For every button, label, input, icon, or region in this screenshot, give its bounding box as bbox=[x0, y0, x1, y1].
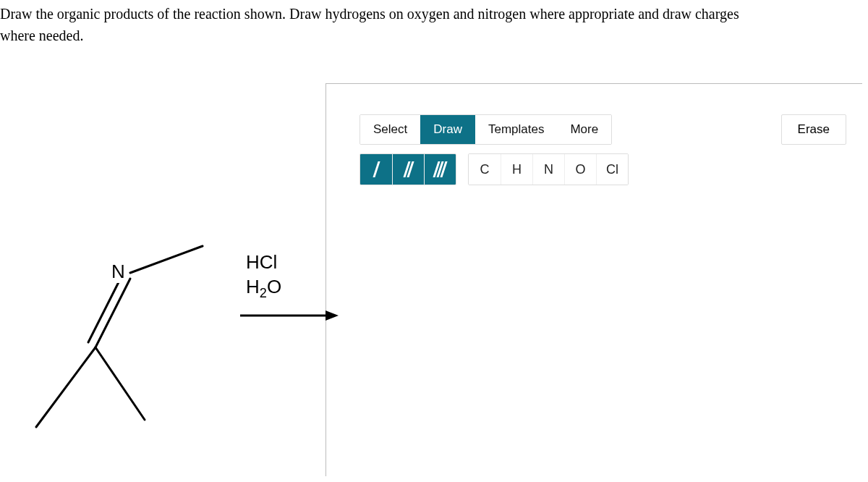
single-bond-button[interactable] bbox=[360, 154, 392, 185]
element-c-button[interactable]: C bbox=[469, 154, 501, 185]
atom-label-n: N bbox=[111, 261, 125, 283]
mode-button-group: Select Draw Templates More bbox=[359, 114, 612, 145]
element-cl-button[interactable]: Cl bbox=[596, 154, 628, 185]
svg-line-4 bbox=[95, 347, 145, 420]
reactant-structure bbox=[22, 239, 239, 456]
drawing-editor[interactable]: Select Draw Templates More Erase bbox=[326, 83, 862, 476]
triple-bond-button[interactable] bbox=[424, 154, 456, 185]
reagents-text: HCl H2O bbox=[246, 250, 281, 303]
reaction-scheme: N HCl H2O bbox=[22, 239, 326, 456]
editor-toolbar: Select Draw Templates More Erase bbox=[359, 114, 862, 185]
templates-mode-button[interactable]: Templates bbox=[475, 115, 557, 144]
reagent-h2o: H2O bbox=[246, 275, 281, 303]
triple-bond-icon bbox=[435, 161, 445, 177]
svg-line-2 bbox=[88, 274, 123, 342]
svg-line-0 bbox=[130, 246, 203, 273]
svg-line-3 bbox=[36, 347, 95, 427]
question-text: Draw the organic products of the reactio… bbox=[0, 0, 868, 46]
reagent-hcl: HCl bbox=[246, 250, 281, 275]
element-tool-group: C H N O Cl bbox=[468, 153, 629, 185]
question-line2: where needed. bbox=[0, 28, 84, 43]
svg-line-1 bbox=[95, 279, 130, 347]
reagent-h2o-sub: 2 bbox=[260, 286, 267, 300]
bond-tool-group bbox=[359, 153, 456, 185]
svg-marker-6 bbox=[326, 310, 339, 321]
double-bond-icon bbox=[406, 161, 412, 177]
reaction-arrow-icon bbox=[239, 307, 340, 324]
draw-mode-button[interactable]: Draw bbox=[420, 115, 475, 144]
more-mode-button[interactable]: More bbox=[557, 115, 611, 144]
single-bond-icon bbox=[375, 161, 378, 177]
element-n-button[interactable]: N bbox=[532, 154, 564, 185]
reagent-h2o-h: H bbox=[246, 276, 260, 297]
toolbar-row-modes: Select Draw Templates More Erase bbox=[359, 114, 862, 145]
select-mode-button[interactable]: Select bbox=[360, 115, 420, 144]
element-o-button[interactable]: O bbox=[564, 154, 596, 185]
double-bond-button[interactable] bbox=[392, 154, 424, 185]
toolbar-row-tools: C H N O Cl bbox=[359, 153, 862, 185]
erase-button[interactable]: Erase bbox=[781, 114, 846, 145]
question-line1: Draw the organic products of the reactio… bbox=[0, 6, 739, 22]
reagent-h2o-o: O bbox=[267, 276, 281, 297]
element-h-button[interactable]: H bbox=[501, 154, 532, 185]
